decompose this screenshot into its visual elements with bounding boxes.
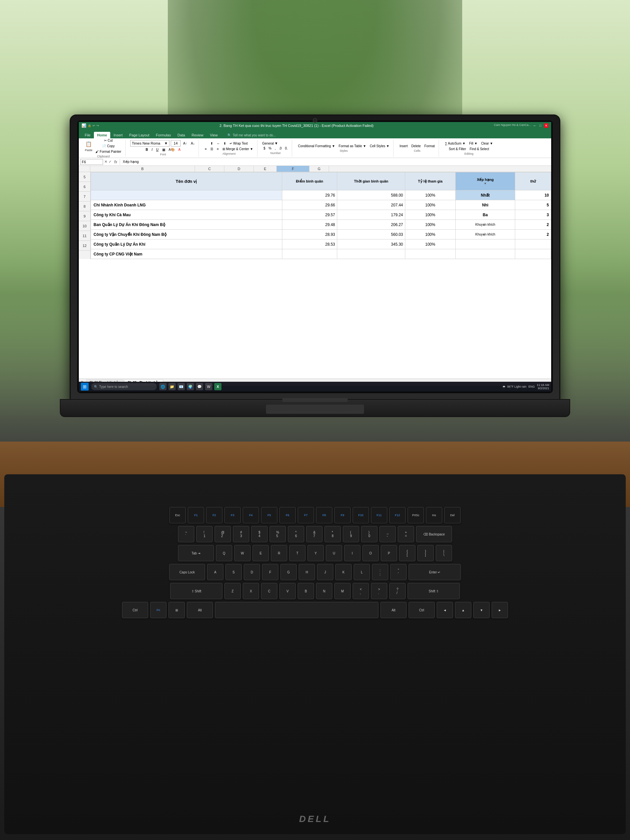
key-n[interactable]: N (316, 583, 332, 599)
row-10-num[interactable]: 10 (79, 221, 90, 231)
key-fn[interactable]: Fn (150, 602, 166, 618)
cell-e11[interactable]: 100% (405, 240, 456, 249)
cell-g11[interactable] (515, 240, 551, 249)
key-capslock[interactable]: Caps Lock (169, 564, 205, 580)
key-a[interactable]: A (207, 564, 223, 580)
copy-button[interactable]: 📄 Copy (94, 144, 123, 148)
header-thoi-gian[interactable]: Thời gian bình quân (337, 172, 405, 190)
cell-c10[interactable]: 28.93 (282, 230, 337, 240)
autosum-button[interactable]: ∑ AutoSum ▼ (444, 141, 467, 146)
key-0[interactable]: )0 (361, 526, 377, 542)
key-3[interactable]: #3 (233, 526, 249, 542)
cell-b8[interactable]: Công ty Khí Cà Mau (91, 210, 282, 220)
underline-button[interactable]: U (155, 147, 159, 152)
cell-f6[interactable]: Nhất (455, 190, 515, 200)
key-m[interactable]: M (334, 583, 351, 599)
key-j[interactable]: J (317, 564, 333, 580)
key-lctrl[interactable]: Ctrl (122, 602, 148, 618)
key-f7[interactable]: F7 (298, 507, 314, 523)
insert-cells-button[interactable]: Insert (398, 144, 409, 148)
start-button[interactable]: ⊞ (81, 383, 88, 390)
cell-f7[interactable]: Nhì (455, 200, 515, 210)
format-cells-button[interactable]: Format (423, 144, 436, 148)
delete-cells-button[interactable]: Delete (410, 144, 422, 148)
font-color-button[interactable]: A (177, 147, 182, 152)
cell-b12[interactable]: Công ty CP CNG Việt Nam (91, 249, 282, 259)
row-9-num[interactable]: 9 (79, 211, 90, 221)
border-button[interactable]: ▦ (161, 147, 166, 152)
find-select-button[interactable]: Find & Select (468, 147, 490, 152)
tab-file[interactable]: File (81, 132, 94, 138)
cell-c12[interactable] (282, 249, 337, 259)
increase-font-button[interactable]: A↑ (182, 141, 188, 146)
header-thu[interactable]: thứ (515, 172, 551, 190)
row-8-num[interactable]: 8 (79, 202, 90, 211)
key-q[interactable]: Q (216, 545, 232, 561)
key-lshift[interactable]: ⇧ Shift (170, 583, 223, 599)
key-enter[interactable]: Enter ↵ (409, 564, 461, 580)
tab-insert[interactable]: Insert (110, 132, 126, 138)
cell-g12[interactable] (515, 249, 551, 259)
cell-d11[interactable]: 345.30 (337, 240, 405, 249)
key-8[interactable]: *8 (324, 526, 341, 542)
key-y[interactable]: Y (308, 545, 324, 561)
key-tab[interactable]: Tab ⇥ (178, 545, 214, 561)
tell-me-input[interactable]: Tell me what you want to do... (232, 133, 276, 137)
cell-d12[interactable] (337, 249, 405, 259)
key-lalt[interactable]: Alt (187, 602, 213, 618)
col-header-e[interactable]: E (254, 166, 277, 172)
key-esc[interactable]: Esc (169, 507, 186, 523)
font-name-select[interactable]: Times New Roma ▼ (130, 140, 169, 147)
cell-e10[interactable]: 100% (405, 230, 456, 240)
cell-g6[interactable]: 10 (515, 190, 551, 200)
italic-button[interactable]: I (150, 147, 154, 152)
comma-button[interactable]: % (267, 146, 273, 151)
tab-view[interactable]: View (207, 132, 221, 138)
key-rctrl[interactable]: Ctrl (409, 602, 435, 618)
cell-b11[interactable]: Công ty Quản Lý Dự Án Khí (91, 240, 282, 249)
key-up-arrow[interactable]: ▲ (455, 602, 471, 618)
cell-c11[interactable]: 28.53 (282, 240, 337, 249)
key-lbracket[interactable]: {[ (399, 545, 415, 561)
header-ty-le[interactable]: Tỷ lệ tham gia (405, 172, 456, 190)
align-middle-button[interactable]: ↔ (215, 141, 221, 146)
key-v[interactable]: V (279, 583, 296, 599)
maximize-button[interactable]: □ (538, 123, 543, 128)
taskbar-excel-icon[interactable]: X (214, 383, 221, 390)
key-rshift[interactable]: Shift ⇧ (407, 583, 460, 599)
key-semicolon[interactable]: :; (372, 564, 388, 580)
key-c[interactable]: C (261, 583, 277, 599)
cell-b6[interactable] (91, 190, 282, 200)
align-left-button[interactable]: ≡ (204, 147, 208, 152)
key-f6[interactable]: F6 (279, 507, 296, 523)
cell-g10[interactable]: 2 (515, 230, 551, 240)
row-6-num[interactable]: 6 (79, 182, 90, 192)
key-down-arrow[interactable]: ▼ (473, 602, 489, 618)
taskbar-teams-icon[interactable]: 💬 (196, 383, 203, 390)
cell-d9[interactable]: 206.27 (337, 220, 405, 230)
col-header-g[interactable]: G (309, 166, 329, 172)
key-f5[interactable]: F5 (261, 507, 277, 523)
cell-c8[interactable]: 29.57 (282, 210, 337, 220)
trackpad[interactable] (266, 405, 364, 414)
key-r[interactable]: R (271, 545, 287, 561)
font-size-select[interactable]: 14 (171, 140, 180, 147)
format-painter-button[interactable]: 🖌 Format Painter (94, 149, 123, 154)
decrease-font-button[interactable]: A↓ (190, 141, 196, 146)
key-left-arrow[interactable]: ◄ (437, 602, 453, 618)
conditional-formatting-button[interactable]: Conditional Formatting ▼ (297, 144, 336, 148)
key-prtsc[interactable]: PrtSc (407, 507, 424, 523)
key-l[interactable]: L (354, 564, 370, 580)
key-w[interactable]: W (234, 545, 251, 561)
taskbar-search[interactable]: 🔍 Type here to search (91, 383, 157, 390)
taskbar-outlook-icon[interactable]: 📧 (178, 383, 185, 390)
cell-d10[interactable]: 560.03 (337, 230, 405, 240)
cell-e9[interactable]: 100% (405, 220, 456, 230)
align-top-button[interactable]: ⬆ (209, 141, 214, 146)
key-7[interactable]: &7 (306, 526, 322, 542)
tab-data[interactable]: Data (174, 132, 188, 138)
key-f12[interactable]: F12 (389, 507, 406, 523)
cell-c7[interactable]: 29.66 (282, 200, 337, 210)
tab-home[interactable]: Home (94, 132, 111, 138)
tab-review[interactable]: Review (188, 132, 207, 138)
